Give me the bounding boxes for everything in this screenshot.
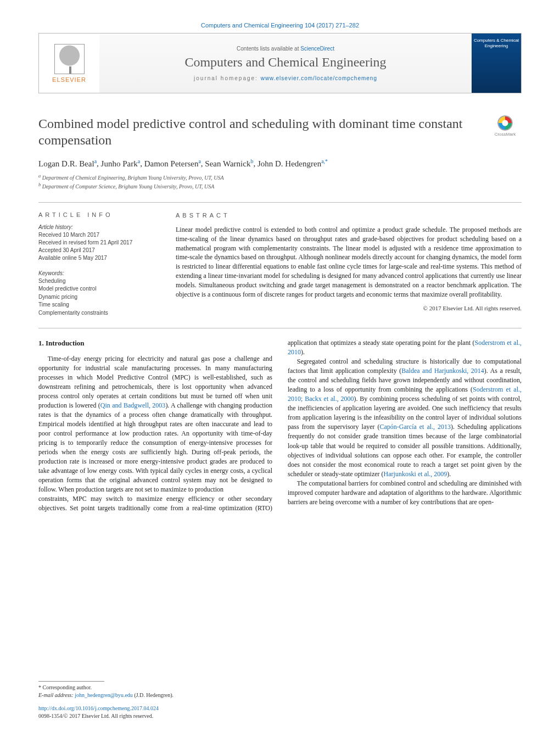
article-info-heading: ARTICLE INFO bbox=[38, 211, 159, 218]
journal-name: Computers and Chemical Engineering bbox=[184, 55, 386, 70]
intro-p2-e: ). bbox=[447, 470, 451, 478]
cite-capon-garcia-2013[interactable]: Capón-García et al., 2013 bbox=[380, 423, 451, 431]
article-title: Combined model predictive control and sc… bbox=[38, 115, 482, 148]
intro-p1-b: ). A challenge with changing production … bbox=[38, 401, 272, 493]
journal-cover-text: Computers & Chemical Engineering bbox=[472, 38, 521, 48]
email-line: E-mail address: john_hedengren@byu.edu (… bbox=[38, 691, 264, 699]
crossmark-label: CrossMark bbox=[495, 132, 516, 137]
publisher-name: ELSEVIER bbox=[52, 76, 86, 83]
email-label: E-mail address: bbox=[38, 692, 75, 698]
abstract-text: Linear model predictive control is exten… bbox=[176, 225, 522, 299]
journal-homepage-link[interactable]: www.elsevier.com/locate/compchemeng bbox=[261, 75, 377, 81]
journal-homepage-line: journal homepage: www.elsevier.com/locat… bbox=[194, 75, 377, 81]
publisher-logo-block: ELSEVIER bbox=[39, 34, 99, 93]
cite-qin-badgwell-2003[interactable]: Qin and Badgwell, 2003 bbox=[100, 401, 166, 409]
intro-p2-top-b: ). bbox=[301, 348, 305, 356]
author-list: Logan D.R. Beala, Junho Parka, Damon Pet… bbox=[38, 158, 522, 169]
page-footer: * Corresponding author. E-mail address: … bbox=[38, 681, 264, 720]
section-heading-intro: 1. Introduction bbox=[38, 338, 272, 348]
article-info-column: ARTICLE INFO Article history: Received 1… bbox=[38, 211, 159, 317]
email-name: (J.D. Hedengren). bbox=[133, 692, 173, 698]
body-two-columns: 1. Introduction Time-of-day energy prici… bbox=[38, 338, 522, 513]
doi-link[interactable]: http://dx.doi.org/10.1016/j.compchemeng.… bbox=[38, 705, 159, 711]
journal-masthead: ELSEVIER Contents lists available at Sci… bbox=[38, 33, 522, 93]
keywords-label: Keywords: bbox=[38, 270, 159, 277]
elsevier-tree-icon bbox=[54, 44, 85, 74]
intro-paragraph-2: Segregated control and scheduling struct… bbox=[288, 357, 522, 478]
issn-copyright-line: 0098-1354/© 2017 Elsevier Ltd. All right… bbox=[38, 713, 153, 719]
running-head: Computers and Chemical Engineering 104 (… bbox=[38, 22, 522, 29]
intro-paragraph-3: The computational barriers for combined … bbox=[288, 479, 522, 507]
abstract-column: ABSTRACT Linear model predictive control… bbox=[176, 211, 522, 317]
affiliations: a Department of Chemical Engineering, Br… bbox=[38, 173, 522, 191]
abstract-copyright: © 2017 Elsevier Ltd. All rights reserved… bbox=[176, 304, 522, 313]
journal-cover-thumb: Computers & Chemical Engineering bbox=[472, 34, 521, 93]
article-history: Received 10 March 2017Received in revise… bbox=[38, 231, 159, 262]
masthead-center: Contents lists available at ScienceDirec… bbox=[99, 34, 472, 93]
cite-harjunkoski-2009[interactable]: Harjunkoski et al., 2009 bbox=[384, 470, 447, 478]
article-history-label: Article history: bbox=[38, 224, 159, 231]
contents-lists-line: Contents lists available at ScienceDirec… bbox=[237, 46, 334, 52]
intro-paragraph-1: Time-of-day energy pricing for electrici… bbox=[38, 354, 272, 494]
crossmark-badge[interactable]: CrossMark bbox=[489, 115, 522, 148]
homepage-label: journal homepage: bbox=[194, 75, 261, 81]
cite-baldea-harjunkoski-2014[interactable]: Baldea and Harjunkoski, 2014 bbox=[401, 367, 484, 375]
corresponding-author-label: * Corresponding author. bbox=[38, 684, 264, 691]
contents-prefix: Contents lists available at bbox=[237, 46, 300, 52]
abstract-heading: ABSTRACT bbox=[176, 211, 522, 220]
crossmark-icon bbox=[497, 115, 513, 131]
corresponding-email-link[interactable]: john_hedengren@byu.edu bbox=[75, 692, 133, 698]
sciencedirect-link[interactable]: ScienceDirect bbox=[300, 46, 334, 52]
keywords-list: SchedulingModel predictive controlDynami… bbox=[38, 277, 159, 317]
footnote-rule bbox=[38, 681, 104, 682]
section-rule bbox=[38, 328, 522, 328]
